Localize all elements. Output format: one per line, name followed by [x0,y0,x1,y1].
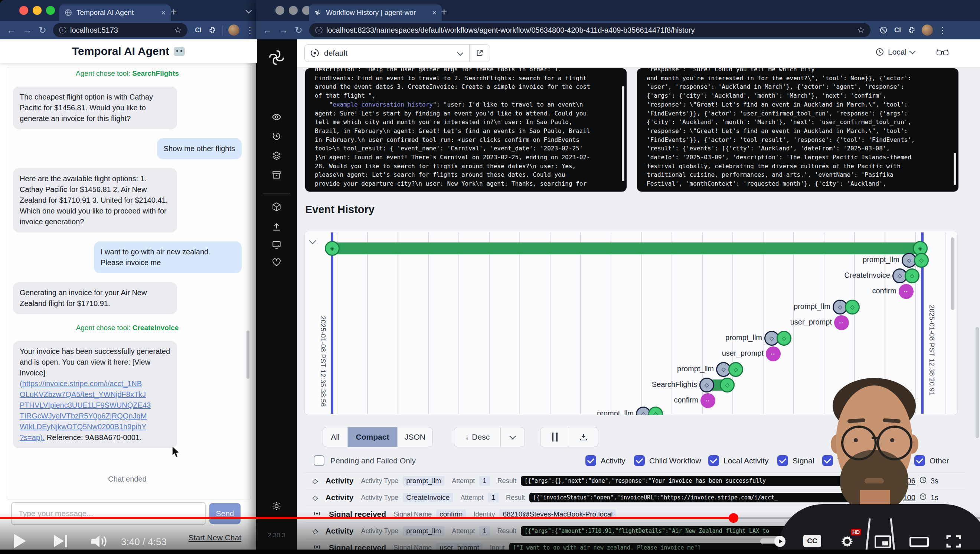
minimize-window-button[interactable] [33,6,41,15]
close-window-button[interactable] [275,6,284,15]
timeline-collapse-chevron-icon[interactable] [310,238,315,245]
claude-extension-icon[interactable]: Cl [894,26,901,34]
code-panel-scrollbar[interactable] [622,86,624,181]
code-panel-scrollbar[interactable] [954,153,956,185]
new-tab-button[interactable]: + [171,7,177,17]
view-compact-button[interactable]: Compact [348,427,398,447]
captions-button[interactable]: CC [803,535,821,547]
presenter-mouth [865,478,884,484]
package-icon[interactable] [272,202,282,213]
extensions-puzzle-icon[interactable] [908,26,916,34]
external-link-icon[interactable] [476,49,484,57]
browser-menu-icon[interactable]: ⋮ [938,25,947,35]
time-mode-select[interactable]: Local [875,48,915,56]
pause-button[interactable] [541,427,569,447]
profile-avatar[interactable] [922,24,933,36]
signal-event-dot[interactable]: ▪▪ [899,284,913,299]
next-button[interactable] [54,535,67,547]
sort-desc-button[interactable]: ↓ Desc [454,427,501,447]
reload-icon[interactable]: ↻ [38,25,46,36]
back-icon[interactable]: ← [263,25,272,36]
browser-menu-icon[interactable]: ⋮ [245,25,254,35]
profile-avatar[interactable] [228,24,239,36]
invoice-link[interactable]: TIRGcWJyelVTbzR5Y0p6ZjRQQnJqM [20,411,170,422]
tab-close-icon[interactable]: × [161,8,165,17]
activity-scheduled-dot[interactable]: ◇ [699,377,714,392]
timeline-scrollbar[interactable] [951,237,955,310]
address-bar[interactable]: ⓘ localhost:5173 ☆ [53,23,188,37]
activity-completed-dot[interactable]: ◇ [845,300,860,315]
monitor-icon[interactable] [272,240,282,251]
view-all-button[interactable]: All [323,427,348,447]
miniplayer-button[interactable] [875,535,891,548]
extensions-puzzle-icon[interactable] [208,26,216,34]
chat-scroll-area[interactable]: Agent chose tool: SearchFlightsThe cheap… [12,67,242,499]
pending-failed-checkbox[interactable] [314,455,325,466]
activity-completed-dot[interactable]: ◇ [905,269,920,283]
workflow-execution-bar[interactable] [336,242,920,254]
invoice-link[interactable]: ?s=ap). [20,433,45,441]
address-bar[interactable]: ⓘ localhost:8233/namespaces/default/work… [309,23,870,37]
theater-mode-button[interactable] [910,537,929,547]
permission-icon[interactable] [880,26,888,34]
chat-scrollbar[interactable] [247,331,250,379]
minimize-window-button[interactable] [289,6,298,15]
workflow-start-dot[interactable]: ◈ [325,241,340,256]
forward-icon[interactable]: → [23,25,32,36]
activity-completed-dot[interactable]: ◇ [914,253,929,268]
heart-icon[interactable] [272,258,282,269]
pending-failed-filter[interactable]: Pending and Failed Only [314,455,416,466]
signal-event-dot[interactable]: ▪▪ [766,346,781,361]
type-filter-activity[interactable]: Activity [585,455,625,466]
code-panel-input[interactable]: description": "Help the user gather args… [305,68,627,192]
checkbox-icon[interactable] [708,455,719,466]
claude-extension-icon[interactable]: Cl [195,26,202,34]
eye-icon[interactable] [272,112,282,123]
signal-event-dot[interactable]: ▪▪ [834,315,849,330]
tab-temporal-ai-agent[interactable]: Temporal AI Agent × [59,5,171,21]
signal-event-dot[interactable]: ▪▪ [700,393,715,408]
forward-icon[interactable]: → [279,25,288,36]
upload-icon[interactable] [272,222,282,233]
archive-icon[interactable] [272,170,282,181]
checkbox-icon[interactable] [634,455,645,466]
tab-search-chevron-icon[interactable] [247,8,251,14]
tab-close-icon[interactable]: × [432,8,436,17]
activity-completed-dot[interactable]: ◇ [728,362,743,377]
view-json-button[interactable]: JSON [398,427,433,447]
bookmark-star-icon[interactable]: ☆ [174,25,181,35]
invoice-link[interactable]: (https://invoice.stripe.com/i/acct_1NB [20,378,170,389]
new-tab-button[interactable]: + [441,7,447,17]
zoom-window-button[interactable] [46,6,55,15]
code-panel-result[interactable]: 'response': "Sure! Could you tell me whi… [637,68,958,192]
fullscreen-button[interactable] [946,535,961,548]
reload-icon[interactable]: ↻ [295,25,302,36]
type-filter-local-activity[interactable]: Local Activity [708,455,768,466]
play-button[interactable] [14,534,26,548]
close-window-button[interactable] [19,6,28,15]
labs-glasses-icon[interactable] [936,48,949,57]
invoice-link[interactable]: OLuKVZbzw7QA5/test_YWNjdF8xTkJ [20,389,170,400]
invoice-link[interactable]: PTHVLVIpienc3UUE1LF9SWUNQZE43 [20,400,170,411]
volume-icon[interactable] [90,534,109,549]
activity-completed-dot[interactable]: ◇ [776,331,791,346]
layers-icon[interactable] [272,151,282,162]
site-info-icon[interactable]: ⓘ [59,25,67,35]
video-progress-handle[interactable] [729,513,738,523]
namespace-select[interactable]: default [304,44,490,62]
invoice-link[interactable]: WIkLDEyNjkwOTQ5Nw0200B1h9pihY [20,422,170,432]
bookmark-star-icon[interactable]: ☆ [857,25,865,35]
history-icon[interactable] [272,131,282,143]
settings-gear-icon[interactable] [840,534,854,549]
download-button[interactable] [569,427,598,447]
activity-completed-dot[interactable]: ◇ [720,377,735,392]
sort-chevron-button[interactable] [501,427,525,447]
video-progress-played[interactable] [0,517,734,519]
checkbox-icon[interactable] [585,455,596,466]
autoplay-toggle[interactable] [760,538,784,544]
back-icon[interactable]: ← [7,25,16,36]
type-filter-child-workflow[interactable]: Child Workflow [634,455,701,466]
site-info-icon[interactable]: ⓘ [315,25,323,35]
tab-workflow-history[interactable]: Workflow History | agent-wor × [309,5,442,21]
sun-icon[interactable] [272,501,282,513]
